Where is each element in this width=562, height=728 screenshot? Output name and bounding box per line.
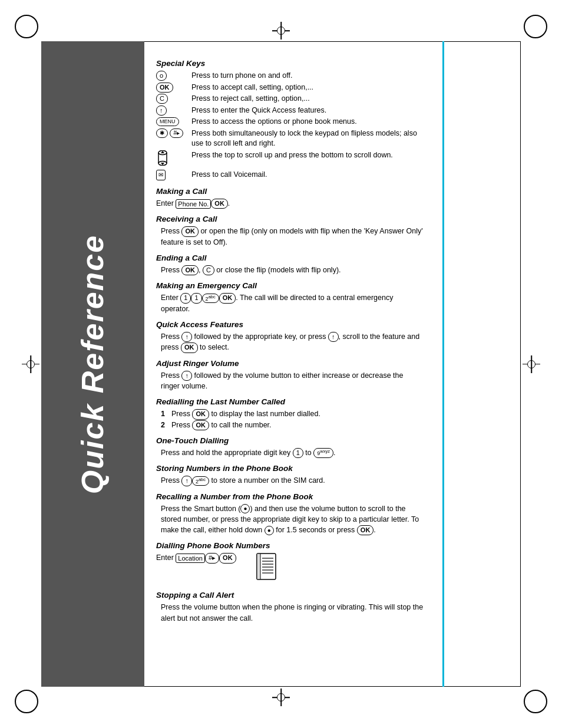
stopping-text: Press the volume button when the phone i…: [156, 602, 424, 623]
cyan-line: [442, 41, 444, 687]
key-c-ending: C: [203, 265, 214, 275]
content-area: Special Keys o Press to turn phone on an…: [144, 41, 435, 687]
key-1a: 1: [180, 293, 191, 303]
key-location: Location: [176, 554, 205, 563]
key-ok: OK: [156, 83, 173, 93]
section-emergency-title: Making an Emergency Call: [156, 281, 424, 290]
section-receiving-title: Receiving a Call: [156, 215, 424, 223]
section-making-call-title: Making a Call: [156, 187, 424, 196]
making-call-text: Enter Phone No.OK.: [156, 198, 424, 209]
svg-rect-7: [257, 554, 260, 579]
section-redialling-title: Redialling the Last Number Called: [156, 397, 424, 406]
page-container: Quick Reference Special Keys o Press to …: [0, 0, 562, 728]
phonebook-svg: [254, 552, 280, 582]
redialling-step-1: 1 Press OK to display the last number di…: [161, 409, 424, 419]
key-up-store: ↑: [181, 476, 192, 486]
key-ok-qa: OK: [181, 342, 198, 353]
storing-text: Press ↑2abc to store a number on the SIM…: [156, 475, 424, 486]
crosshair-right: [523, 355, 540, 373]
recalling-text: Press the Smart button (●) and then use …: [156, 503, 424, 536]
key-hash: #▸: [170, 129, 183, 138]
key-2abc-store: 2abc: [192, 476, 209, 486]
reg-circle-br: [524, 690, 547, 713]
key-up-qa: ↑: [181, 332, 192, 342]
section-storing-title: Storing Numbers in the Phone Book: [156, 464, 424, 473]
key-phone-no: Phone No.: [176, 199, 211, 209]
key-o: o: [156, 71, 167, 81]
key-ok-receiving: OK: [181, 226, 199, 236]
special-keys-table: o Press to turn phone on and off. OK Pre…: [156, 70, 424, 181]
key-up-ringer: ↑: [181, 371, 192, 381]
key-row-menu: MENU Press to access the options or phon…: [156, 116, 424, 128]
key-star: ✱: [156, 129, 168, 138]
key-row-hash-star: ✱ #▸ Press both simultaneously to lock t…: [156, 128, 424, 150]
crosshair-bottom: [272, 689, 290, 706]
svg-marker-5: [161, 163, 164, 165]
key-1b: 1: [191, 293, 201, 303]
key-ok-making: OK: [211, 199, 228, 209]
redialling-list: 1 Press OK to display the last number di…: [156, 409, 424, 430]
reg-circle-tl: [15, 15, 38, 38]
receiving-text: Press OK or open the flip (only on model…: [156, 226, 424, 248]
key-row-power: o Press to turn phone on and off.: [156, 70, 424, 82]
key-row-up: ↑ Press to enter the Quick Access featur…: [156, 105, 424, 117]
ringer-text: Press ↑ followed by the volume button to…: [156, 370, 424, 392]
key-2abc: 2abc: [202, 294, 219, 304]
dialling-pb-text: Enter Location#▸OK: [156, 552, 424, 585]
key-row-scroll: Press the top to scroll up and press the…: [156, 150, 424, 170]
smart-btn: ●: [240, 504, 250, 513]
ending-text: Press OK, C or close the flip (models wi…: [156, 265, 424, 275]
key-ok-redial2: OK: [192, 420, 209, 430]
sidebar-title: Quick Reference: [75, 234, 111, 493]
key-hash-dial: #▸: [205, 553, 219, 563]
section-ending-title: Ending a Call: [156, 253, 424, 262]
key-c: C: [156, 94, 168, 104]
crosshair-top: [272, 22, 290, 39]
key-up: ↑: [156, 106, 167, 116]
key-ok-emergency: OK: [219, 293, 236, 303]
svg-marker-4: [161, 151, 164, 153]
key-vm: ✉: [156, 170, 166, 180]
key-ok-redial1: OK: [192, 409, 209, 419]
key-ok-recall: OK: [357, 525, 374, 535]
emergency-text: Enter 112abcOK. The call will be directe…: [156, 292, 424, 314]
redialling-step-2: 2 Press OK to call the number.: [161, 420, 424, 430]
phonebook-icon: [254, 552, 280, 585]
scroll-icon: [156, 150, 169, 166]
reg-circle-tr: [524, 15, 547, 38]
key-ok-ending: OK: [181, 265, 199, 275]
quick-access-text: Press ↑ followed by the appropriate key,…: [156, 331, 424, 353]
smart-btn2: ●: [265, 526, 274, 535]
key-row-voicemail: ✉ Press to call Voicemail.: [156, 169, 424, 181]
key-row-ok: OK Press to accept call, setting, option…: [156, 82, 424, 94]
section-stopping-title: Stopping a Call Alert: [156, 591, 424, 599]
key-menu: MENU: [156, 117, 179, 126]
section-special-keys-title: Special Keys: [156, 59, 424, 68]
onetouch-text: Press and hold the appropriate digit key…: [156, 447, 424, 458]
section-quick-access-title: Quick Access Features: [156, 320, 424, 329]
section-onetouch-title: One-Touch Dialling: [156, 436, 424, 445]
key-row-c: C Press to reject call, setting, option,…: [156, 93, 424, 105]
key-ok-dial: OK: [219, 553, 236, 563]
key-up-qa2: ↑: [328, 332, 339, 342]
section-dialling-pb-title: Dialling Phone Book Numbers: [156, 541, 424, 550]
reg-circle-bl: [15, 690, 38, 713]
sidebar: Quick Reference: [41, 41, 144, 687]
section-ringer-title: Adjust Ringer Volume: [156, 359, 424, 368]
crosshair-left: [22, 355, 39, 373]
section-recalling-title: Recalling a Number from the Phone Book: [156, 492, 424, 501]
key-1-ot: 1: [293, 448, 303, 458]
key-9wxyz: 9wxyz: [313, 448, 333, 458]
